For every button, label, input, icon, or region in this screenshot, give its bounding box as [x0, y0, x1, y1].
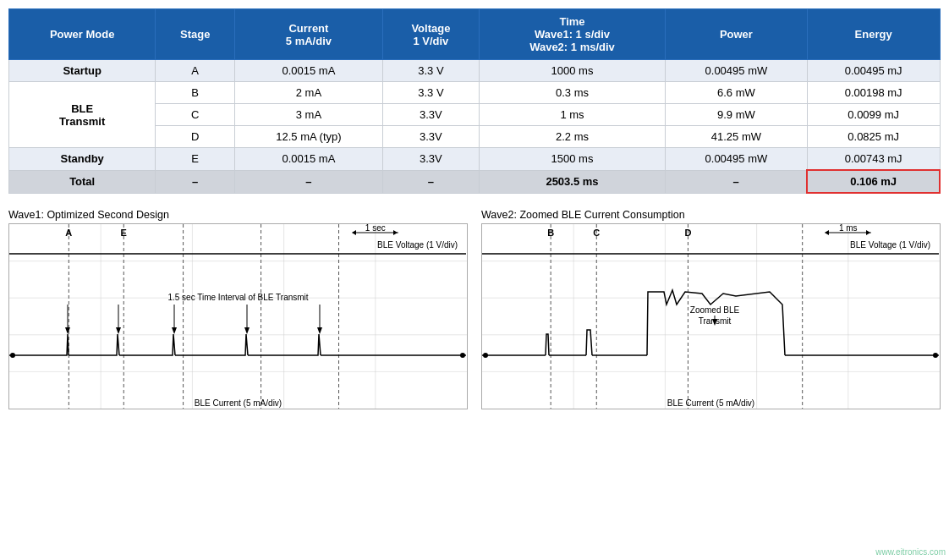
- svg-text:A: A: [65, 228, 72, 238]
- cell-power: 41.25 mW: [666, 126, 808, 148]
- wave2-title: Wave2: Zoomed BLE Current Consumption: [481, 209, 941, 221]
- cell-mode-ble: BLETransmit: [9, 82, 156, 148]
- svg-text:BLE Current (5 mA/div): BLE Current (5 mA/div): [195, 398, 282, 408]
- cell-total-voltage: –: [382, 170, 479, 193]
- cell-total-stage: –: [156, 170, 235, 193]
- table-row: BLETransmit B 2 mA 3.3 V 0.3 ms 6.6 mW 0…: [9, 82, 941, 104]
- cell-mode: Standby: [9, 148, 156, 171]
- cell-stage: D: [156, 126, 235, 148]
- cell-energy: 0.00198 mJ: [807, 82, 940, 104]
- svg-text:BLE Current (5 mA/div): BLE Current (5 mA/div): [667, 398, 754, 408]
- svg-text:Zoomed BLE: Zoomed BLE: [690, 305, 740, 315]
- cell-total-power: –: [666, 170, 808, 193]
- cell-energy: 0.00743 mJ: [807, 148, 940, 171]
- svg-text:C: C: [593, 228, 600, 238]
- cell-voltage: 3.3V: [382, 126, 479, 148]
- cell-time: 1 ms: [479, 104, 665, 126]
- svg-text:D: D: [684, 228, 691, 238]
- svg-point-49: [483, 353, 488, 358]
- cell-power: 0.00495 mW: [666, 60, 808, 82]
- svg-text:1 sec: 1 sec: [365, 224, 386, 233]
- cell-stage: E: [156, 148, 235, 171]
- col-header-stage: Stage: [156, 9, 235, 60]
- waveforms-section: Wave1: Optimized Second Design: [8, 209, 941, 409]
- cell-time: 2.2 ms: [479, 126, 665, 148]
- cell-total-time: 2503.5 ms: [479, 170, 665, 193]
- cell-current: 2 mA: [235, 82, 383, 104]
- svg-marker-19: [393, 230, 398, 235]
- svg-marker-57: [866, 230, 870, 235]
- cell-time: 1500 ms: [479, 148, 665, 171]
- cell-current: 12.5 mA (typ): [235, 126, 383, 148]
- svg-text:BLE Voltage (1 V/div): BLE Voltage (1 V/div): [377, 240, 458, 250]
- svg-text:1.5 sec Time Interval of BLE T: 1.5 sec Time Interval of BLE Transmit: [167, 293, 308, 302]
- svg-marker-56: [825, 230, 829, 235]
- wave1-title: Wave1: Optimized Second Design: [8, 209, 468, 221]
- col-header-current: Current5 mA/div: [235, 9, 383, 60]
- table-row: Startup A 0.0015 mA 3.3 V 1000 ms 0.0049…: [9, 60, 941, 82]
- svg-point-50: [933, 353, 938, 358]
- wave2-panel: Wave2: Zoomed BLE Current Consumption: [481, 209, 941, 409]
- cell-voltage: 3.3V: [382, 104, 479, 126]
- wave1-svg: A E: [9, 224, 467, 409]
- cell-mode: Startup: [9, 60, 156, 82]
- wave1-canvas: A E: [8, 223, 468, 409]
- col-header-time: TimeWave1: 1 s/divWave2: 1 ms/div: [479, 9, 665, 60]
- svg-marker-27: [244, 327, 250, 334]
- cell-energy: 0.0099 mJ: [807, 104, 940, 126]
- svg-marker-23: [116, 327, 121, 334]
- svg-text:B: B: [547, 228, 554, 238]
- cell-time: 1000 ms: [479, 60, 665, 82]
- cell-energy: 0.00495 mJ: [807, 60, 940, 82]
- svg-text:BLE Voltage (1 V/div): BLE Voltage (1 V/div): [850, 240, 930, 250]
- cell-total-current: –: [235, 170, 383, 193]
- power-table: Power Mode Stage Current5 mA/div Voltage…: [8, 8, 941, 194]
- cell-stage: B: [156, 82, 235, 104]
- svg-marker-18: [352, 230, 356, 235]
- cell-power: 6.6 mW: [666, 82, 808, 104]
- col-header-energy: Energy: [807, 9, 940, 60]
- svg-text:Transmit: Transmit: [699, 316, 732, 326]
- svg-text:1 ms: 1 ms: [839, 224, 858, 233]
- svg-marker-25: [172, 327, 177, 334]
- svg-point-16: [460, 353, 465, 358]
- svg-point-15: [10, 353, 15, 358]
- cell-voltage: 3.3 V: [382, 82, 479, 104]
- col-header-voltage: Voltage1 V/div: [382, 9, 479, 60]
- cell-total-label: Total: [9, 170, 156, 193]
- cell-current: 3 mA: [235, 104, 383, 126]
- cell-energy: 0.0825 mJ: [807, 126, 940, 148]
- wave2-canvas: B C D: [481, 223, 941, 409]
- wave2-svg: B C D: [482, 224, 940, 409]
- col-header-mode: Power Mode: [9, 9, 156, 60]
- cell-stage: C: [156, 104, 235, 126]
- cell-total-energy: 0.106 mJ: [807, 170, 940, 193]
- cell-time: 0.3 ms: [479, 82, 665, 104]
- col-header-power: Power: [666, 9, 808, 60]
- cell-voltage: 3.3V: [382, 148, 479, 171]
- cell-power: 0.00495 mW: [666, 148, 808, 171]
- svg-text:E: E: [121, 228, 127, 238]
- cell-current: 0.0015 mA: [235, 60, 383, 82]
- cell-power: 9.9 mW: [666, 104, 808, 126]
- svg-marker-21: [65, 327, 70, 334]
- cell-current: 0.0015 mA: [235, 148, 383, 171]
- table-row-total: Total – – – 2503.5 ms – 0.106 mJ: [9, 170, 941, 193]
- cell-voltage: 3.3 V: [382, 60, 479, 82]
- cell-stage: A: [156, 60, 235, 82]
- svg-marker-29: [317, 327, 322, 334]
- table-row: Standby E 0.0015 mA 3.3V 1500 ms 0.00495…: [9, 148, 941, 171]
- wave1-panel: Wave1: Optimized Second Design: [8, 209, 468, 409]
